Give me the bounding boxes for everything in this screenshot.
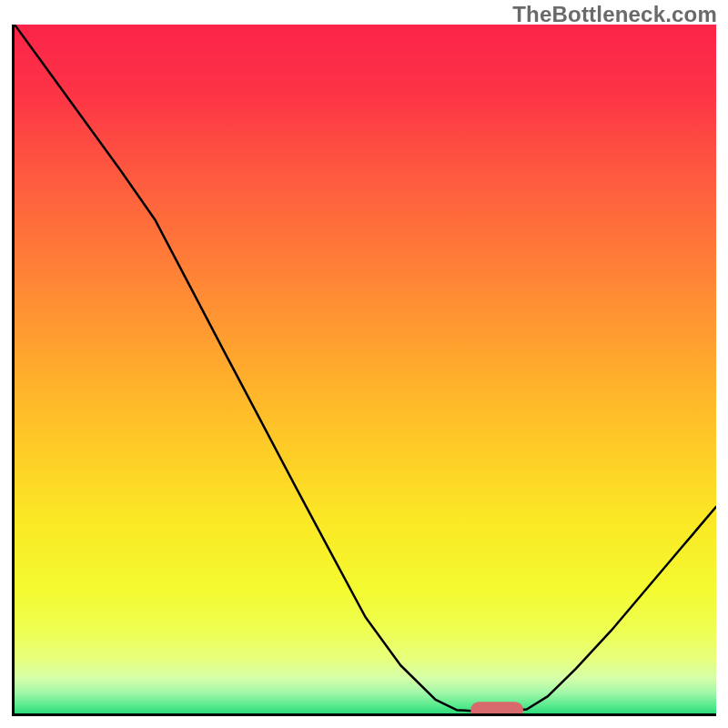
sweet-spot-marker [470, 702, 523, 713]
gradient-plot [12, 25, 716, 716]
watermark-text: TheBottleneck.com [512, 2, 717, 27]
